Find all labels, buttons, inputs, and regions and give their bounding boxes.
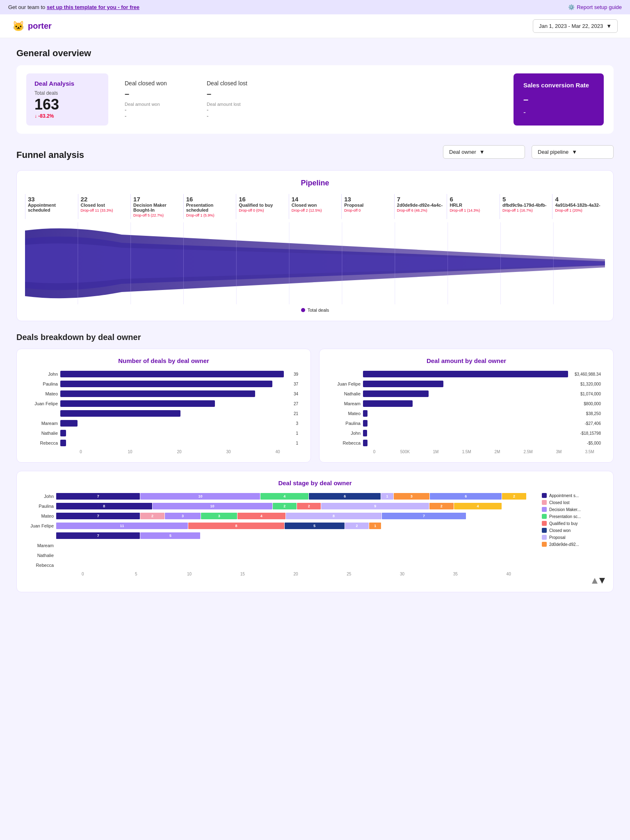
legend-label: Appointment s... [549,493,579,498]
stage-drop: Drop-off 0 (0%) [239,208,286,212]
stacked-bars: 118521 [56,523,535,529]
stacked-bars [56,542,535,549]
stage-column: 4 4a91b454-182b-4a32- Drop-off 1 (20%) [552,194,605,219]
seg: 7 [382,513,466,519]
axis-tick: 40 [253,450,302,454]
stage-name: dfbd9c9a-179d-4bfb- [502,203,550,208]
bar-row: Juan Felipe 27 [29,400,298,407]
bar-container [363,410,582,417]
scroll-up-arrow[interactable] [592,578,598,584]
axis-tick: 25 [322,572,376,576]
bar-value: -$27,406 [585,421,601,426]
stacked-bars: 75 [56,532,535,539]
seg: 2 [140,513,164,519]
deal-amount-bars: $3,460,988.34 Juan Felipe $1,320,000 Nat… [328,371,605,446]
chevron-down-icon: ▼ [572,149,577,155]
bar-row: $3,460,988.34 [332,371,601,377]
deal-pipeline-dropdown[interactable]: Deal pipeline ▼ [532,145,614,159]
stage-name: 4a91b454-182b-4a32- [555,203,603,208]
date-range-picker[interactable]: Jan 1, 2023 - Mar 22, 2023 ▼ [533,19,618,33]
seg: 7 [56,513,140,519]
overview-metrics: Deal closed won – Deal amount won - - De… [108,73,514,126]
axis-tick: 10 [105,450,155,454]
bar-container [60,381,290,387]
legend-item: Presentation sc... [542,514,605,519]
axis-tick: 2M [482,450,513,454]
bar-label: Rebecca [332,441,361,445]
stacked-label: Paulina [25,504,54,509]
bar-label: Paulina [332,421,361,426]
bar-container [60,410,290,417]
stage-column: 7 2d0de9de-d92e-4a4c- Drop-off 6 (46.2%) [394,194,447,219]
bar-fill [363,420,368,427]
legend-item: Decision Maker... [542,507,605,512]
banner-link[interactable]: set up this template for you - for free [47,4,139,10]
bar-fill [363,430,367,436]
stage-column: 16 Qualified to buy Drop-off 0 (0%) [236,194,289,219]
legend-item: Appointment s... [542,493,605,498]
bar-value: 3 [296,421,298,426]
stacked-bars: 710461362 [56,493,535,500]
overview-section-title: General overview [16,48,614,59]
bar-row: Maream $800,000 [332,400,601,407]
legend-label: Closed lost [549,500,569,505]
stage-drop: Drop-off 1 (20%) [555,208,603,212]
axis-tick: 3.5M [574,450,605,454]
bar-fill [363,400,413,407]
legend-color [542,542,547,547]
bar-container [60,430,292,436]
seg: 4 [454,503,502,509]
bar-value: 21 [294,411,298,416]
axis-tick: 15 [216,572,269,576]
bar-label: Mateo [29,391,58,396]
axis-tick: 5 [110,572,163,576]
stacked-row: Nathalie [25,552,535,559]
bar-fill [60,381,272,387]
bar-fill [60,420,78,427]
bar-fill [60,390,255,397]
stacked-label: John [25,494,54,499]
stage-column: 6 HRLR Drop-off 1 (14.3%) [447,194,500,219]
bar-value: -$5,000 [587,441,601,445]
bar-row: Maream 3 [29,420,298,427]
seg: 3 [394,493,430,500]
bar-fill [363,440,368,446]
stage-column: 22 Closed lost Drop-off 11 (33.3%) [78,194,131,219]
bar-row: Nathalie 1 [29,430,298,436]
bar-fill [363,371,568,377]
legend-item: Qualified to buy [542,521,605,526]
top-banner: Get our team to set up this template for… [0,0,630,14]
bar-value: 39 [294,372,298,377]
report-setup-link[interactable]: ⚙️ Report setup guide [568,4,622,10]
seg: 7 [56,532,140,539]
stage-name: Proposal [344,203,392,208]
banner-text: Get our team to set up this template for… [8,4,139,10]
stacked-chart: John 710461362 Paulina 81022924 Mateo 72… [25,493,605,576]
charts-row: Number of deals by deal owner John 39 Pa… [16,349,614,463]
stage-num: 14 [292,196,339,203]
scroll-arrows[interactable] [25,578,605,584]
deal-stage-card: Deal stage by deal owner John 710461362 … [16,471,614,592]
legend-color [542,528,547,533]
legend-label: Qualified to buy [549,521,578,526]
legend-dot [301,308,305,312]
axis-tick: 500K [390,450,420,454]
scroll-down-arrow[interactable] [599,578,605,584]
stage-num: 5 [502,196,550,203]
bar-container [363,371,571,377]
seg: 8 [56,503,152,509]
logo-icon: 🐱 [12,21,25,32]
deal-owner-dropdown[interactable]: Deal owner ▼ [443,145,525,159]
seg: 1 [381,493,393,500]
seg: 3 [165,513,201,519]
legend-label: 2d0de9de-d92... [549,542,579,547]
bar-fill [363,390,429,397]
bar-label: Juan Felipe [29,401,58,406]
funnel-section: Funnel analysis Deal owner ▼ Deal pipeli… [16,145,614,321]
bar-row: Rebecca 1 [29,440,298,446]
stage-num: 16 [239,196,286,203]
stage-num: 33 [28,196,75,203]
stage-drop: Drop-off 1 (16.7%) [502,208,550,212]
bar-fill [363,381,443,387]
stacked-bars [56,562,535,568]
